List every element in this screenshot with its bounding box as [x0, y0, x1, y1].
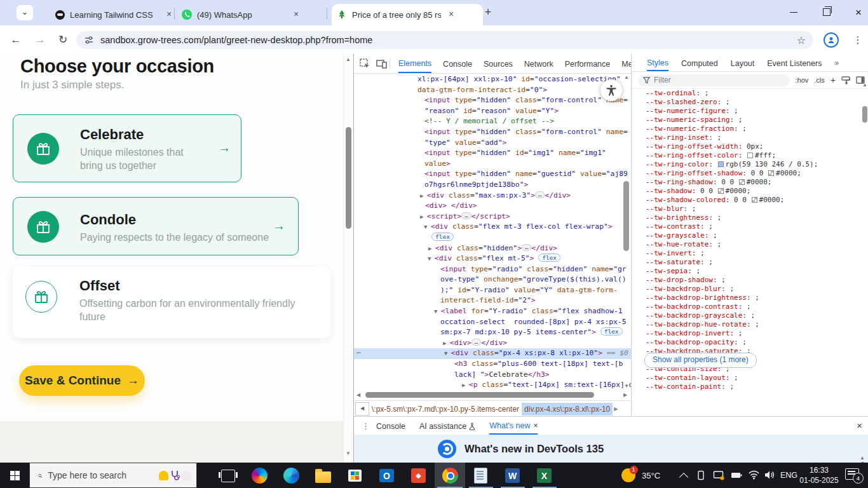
show-all-properties-button[interactable]: Show all properties (1 more) — [644, 353, 757, 368]
window-minimize-button[interactable] — [779, 0, 808, 24]
battery-icon[interactable] — [731, 470, 742, 480]
dom-tree-node[interactable]: "type" value="add"> — [354, 138, 631, 149]
notepad-button[interactable] — [472, 467, 489, 484]
new-tab-button[interactable]: + — [480, 5, 496, 20]
drawer-menu-icon[interactable]: ⋮ — [362, 421, 370, 431]
css-property-row[interactable]: --tw-ring-shadow: 0 0 #0000; — [632, 178, 868, 187]
expand-arrow-icon[interactable]: ▶ — [420, 193, 427, 199]
dom-tree-node[interactable]: ▶ <div class="hidden">…</div> — [354, 243, 631, 254]
bookmark-star-icon[interactable]: ☆ — [797, 34, 806, 46]
site-info-icon[interactable] — [84, 35, 94, 45]
scrollbar-thumb[interactable] — [862, 106, 867, 123]
breadcrumb-back-button[interactable]: ◀ — [355, 402, 369, 416]
dom-tree-node[interactable]: <input type="radio" class="hidden" name=… — [354, 264, 631, 275]
breadcrumb-selected[interactable]: div.px-4.xs\:px-8.xl\:px-10 — [522, 403, 613, 416]
breadcrumb-next-icon[interactable]: ▶ — [614, 406, 618, 412]
drawer-close-icon[interactable]: × — [857, 420, 862, 431]
dom-tree-node[interactable]: o7hgsr6lnme9ptjde138bo"> — [354, 180, 631, 191]
dom-tree-node[interactable]: ⋯▼ <div class="px-4 xs:px-8 xl:px-10"> =… — [354, 348, 631, 359]
collapsed-ellipsis-button[interactable]: … — [535, 191, 545, 198]
tray-expand-button[interactable] — [675, 467, 692, 484]
elements-vertical-scrollbar[interactable]: ▲ ▼ — [621, 73, 631, 391]
word-button[interactable]: W — [504, 467, 521, 484]
css-property-row[interactable]: --tw-backdrop-invert: ; — [632, 329, 868, 338]
css-property-row[interactable]: --tw-ordinal: ; — [632, 89, 868, 98]
flex-badge[interactable]: flex — [538, 254, 560, 262]
cast-screen-icon[interactable] — [713, 470, 724, 480]
dom-tree-node[interactable]: <input type="hidden" name="guestid" valu… — [354, 169, 631, 180]
flex-badge[interactable]: flex — [600, 327, 623, 336]
css-property-row[interactable]: --tw-backdrop-hue-rotate: ; — [632, 320, 868, 329]
elements-horizontal-scrollbar[interactable]: ◀ ▶ — [354, 390, 631, 400]
devtools-tab-performance[interactable]: Performance — [565, 55, 611, 72]
css-property-row[interactable]: --tw-ring-offset-width: 0px; — [632, 142, 868, 151]
dom-tree-node[interactable]: value> — [354, 159, 631, 170]
expand-arrow-icon[interactable]: ▼ — [444, 350, 451, 356]
dom-tree-node[interactable]: <input type="hidden" class="form-control… — [354, 127, 631, 138]
occasion-card-celebrate[interactable]: Celebrate Unique milestones that bring u… — [13, 114, 241, 182]
url-text[interactable]: sandbox.grow-trees.com/plant/greet-new-d… — [100, 35, 797, 45]
dom-tree-node[interactable]: ▼ <div class="flex mt-3 flex-col flex-wr… — [354, 222, 631, 233]
dom-tree-node[interactable]: ove-type" onchange="groveType($(this).va… — [354, 274, 631, 285]
drawer-tab-whats-new[interactable]: What's new × — [489, 417, 538, 435]
drawer-tab-console[interactable]: Console — [376, 417, 405, 434]
devtools-tab-console[interactable]: Console — [443, 55, 472, 72]
css-property-row[interactable]: --tw-sepia: ; — [632, 267, 868, 276]
css-property-row[interactable]: --tw-shadow: 0 0 #0000; — [632, 187, 868, 196]
dom-tree-node[interactable]: ▶ <div>…</div> — [354, 338, 631, 349]
reload-button[interactable]: ↻ — [55, 32, 71, 48]
start-button[interactable] — [0, 463, 29, 488]
more-subtabs-icon[interactable]: » — [834, 58, 839, 67]
new-style-rule-button[interactable]: + — [831, 75, 836, 85]
css-property-row[interactable]: --tw-shadow-colored: 0 0 #0000; — [632, 196, 868, 205]
tab-whatsapp[interactable]: (49) WhatsApp × — [177, 4, 334, 25]
css-property-row[interactable]: --tw-saturate: ; — [632, 258, 868, 267]
window-restore-button[interactable] — [812, 0, 841, 24]
scrollbar-thumb[interactable] — [346, 127, 351, 229]
edge-button[interactable] — [283, 467, 300, 484]
color-swatch-icon[interactable] — [718, 188, 724, 194]
language-indicator[interactable]: ENG — [780, 463, 797, 488]
color-swatch-icon[interactable] — [739, 179, 745, 185]
notification-center-button[interactable]: 4 — [845, 468, 859, 480]
dom-tree-node[interactable]: <input type="hidden" id="img1" name="img… — [354, 148, 631, 159]
scrollbar-thumb[interactable] — [623, 181, 629, 251]
address-bar[interactable]: sandbox.grow-trees.com/plant/greet-new-d… — [76, 31, 813, 49]
tab-computed[interactable]: Computed — [681, 55, 718, 71]
scroll-up-icon[interactable]: ▲ — [624, 74, 629, 80]
css-property-row[interactable]: --tw-hue-rotate: ; — [632, 240, 868, 249]
taskbar-search-box[interactable]: ⌕ Type here to search — [29, 463, 197, 488]
css-property-row[interactable]: --tw-contain-layout: ; — [632, 374, 868, 383]
dom-tree-node[interactable]: <h3 class="plus-600 text-[18px] text-[b — [354, 359, 631, 370]
back-button[interactable]: ← — [8, 32, 24, 48]
css-property-row[interactable]: --tw-grayscale: ; — [632, 231, 868, 240]
expand-arrow-icon[interactable]: ▶ — [462, 382, 469, 388]
arrow-right-icon[interactable]: → — [218, 140, 231, 155]
dom-tree-node[interactable]: <input type="hidden" class="form-control… — [354, 95, 631, 106]
classes-toggle[interactable]: .cls — [814, 76, 825, 84]
css-property-row[interactable]: --tw-ring-offset-shadow: 0 0 #0000; — [632, 169, 868, 178]
drawer-tab-ai-assistance[interactable]: AI assistance — [419, 417, 475, 434]
collapsed-ellipsis-button[interactable]: … — [522, 244, 531, 251]
devtools-tab-elements[interactable]: Elements — [398, 55, 431, 73]
task-view-button[interactable] — [219, 467, 236, 484]
excel-button[interactable]: X — [536, 467, 553, 484]
collapsed-ellipsis-button[interactable]: … — [461, 212, 471, 219]
dom-tree-node[interactable]: ▶ <script>…</script> — [354, 212, 631, 222]
dom-tree-node[interactable]: <!-- Y / memorial / offset --> — [354, 116, 631, 127]
css-property-row[interactable]: --tw-invert: ; — [632, 249, 868, 258]
dom-tree-node[interactable]: flex — [354, 233, 631, 243]
css-property-row[interactable]: --tw-backdrop-grayscale: ; — [632, 311, 868, 320]
dom-tree-node[interactable]: <div> </div> — [354, 201, 631, 212]
arrow-right-icon[interactable]: → — [273, 219, 285, 233]
dom-tree-node[interactable]: data-gtm-form-interact-id="0"> — [354, 85, 631, 96]
css-property-row[interactable]: --tw-brightness: ; — [632, 214, 868, 222]
expand-arrow-icon[interactable]: ▼ — [424, 224, 431, 230]
collapsed-ellipsis-button[interactable]: … — [471, 339, 481, 346]
taskbar-clock[interactable]: 16:33 01-05-2025 — [799, 465, 839, 485]
outlook-button[interactable]: O — [378, 467, 395, 484]
tab-event-listeners[interactable]: Event Listeners — [767, 55, 822, 71]
node-overflow-dots[interactable]: ⋯ — [356, 348, 362, 359]
dom-tree-node[interactable]: );" id="Y-radio" value="Y" data-gtm-form… — [354, 285, 631, 296]
dom-tree-node[interactable]: sm:px-7 md:px-10 py-5 items-center"> fle… — [354, 327, 631, 338]
